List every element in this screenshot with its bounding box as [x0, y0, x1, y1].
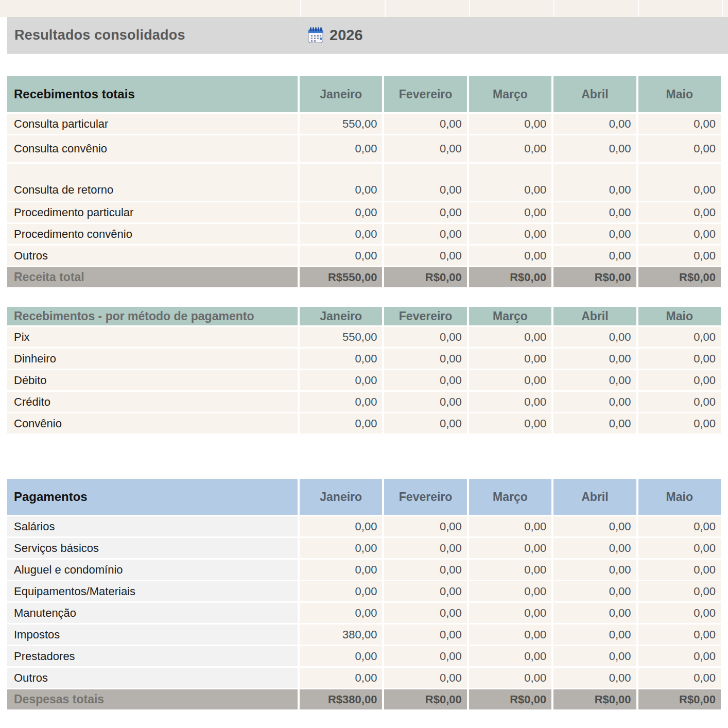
total-value-cell[interactable]: R$0,00	[638, 267, 721, 287]
value-cell[interactable]: 0,00	[384, 646, 466, 666]
row-label-cell[interactable]: Pix	[7, 327, 298, 347]
month-header-cell[interactable]: Janeiro	[300, 307, 382, 325]
month-header-cell[interactable]: Março	[469, 76, 551, 112]
value-cell[interactable]: 0,00	[553, 392, 636, 412]
month-header-cell[interactable]: Maio	[638, 479, 721, 515]
value-cell[interactable]: 0,00	[300, 413, 382, 434]
value-cell[interactable]: 0,00	[384, 114, 466, 134]
value-cell[interactable]: 0,00	[638, 392, 721, 412]
value-cell[interactable]: 0,00	[300, 392, 382, 412]
row-label-cell[interactable]: Aluguel e condomínio	[7, 560, 298, 580]
table-title-cell[interactable]: Recebimentos totais	[7, 76, 298, 112]
value-cell[interactable]: 0,00	[384, 392, 466, 412]
row-label-cell[interactable]: Consulta particular	[7, 114, 298, 134]
month-header-cell[interactable]: Janeiro	[300, 479, 382, 515]
value-cell[interactable]: 0,00	[553, 646, 636, 666]
row-label-cell[interactable]: Consulta de retorno	[7, 164, 298, 201]
value-cell[interactable]: 0,00	[300, 202, 382, 222]
value-cell[interactable]: 0,00	[300, 224, 382, 244]
month-header-cell[interactable]: Abril	[553, 479, 636, 515]
value-cell[interactable]: 0,00	[469, 135, 551, 162]
row-label-cell[interactable]: Crédito	[7, 392, 298, 412]
month-header-cell[interactable]: Fevereiro	[384, 307, 466, 325]
total-value-cell[interactable]: R$550,00	[300, 267, 382, 287]
value-cell[interactable]: 0,00	[553, 224, 636, 244]
value-cell[interactable]: 0,00	[469, 392, 551, 412]
month-header-cell[interactable]: Maio	[638, 76, 721, 112]
value-cell[interactable]: 0,00	[553, 135, 636, 162]
row-label-cell[interactable]: Dinheiro	[7, 349, 298, 369]
total-value-cell[interactable]: R$0,00	[384, 689, 466, 709]
value-cell[interactable]: 0,00	[638, 581, 721, 601]
value-cell[interactable]: 0,00	[469, 625, 551, 645]
value-cell[interactable]: 0,00	[638, 224, 721, 244]
value-cell[interactable]: 0,00	[638, 516, 721, 536]
value-cell[interactable]: 0,00	[553, 413, 636, 434]
value-cell[interactable]: 0,00	[638, 668, 721, 688]
value-cell[interactable]: 0,00	[469, 114, 551, 134]
value-cell[interactable]: 0,00	[469, 668, 551, 688]
value-cell[interactable]: 550,00	[300, 327, 382, 347]
row-label-cell[interactable]: Manutenção	[7, 603, 298, 623]
value-cell[interactable]: 0,00	[553, 668, 636, 688]
value-cell[interactable]: 0,00	[384, 560, 466, 580]
value-cell[interactable]: 0,00	[384, 246, 466, 266]
total-label-cell[interactable]: Receita total	[7, 267, 298, 287]
row-label-cell[interactable]: Prestadores	[7, 646, 298, 666]
total-label-cell[interactable]: Despesas totais	[7, 689, 298, 709]
value-cell[interactable]: 0,00	[553, 327, 636, 347]
value-cell[interactable]: 0,00	[638, 327, 721, 347]
value-cell[interactable]: 0,00	[300, 581, 382, 601]
value-cell[interactable]: 0,00	[553, 625, 636, 645]
year-value[interactable]: 2026	[330, 27, 363, 44]
value-cell[interactable]: 0,00	[469, 413, 551, 434]
value-cell[interactable]: 0,00	[469, 560, 551, 580]
value-cell[interactable]: 0,00	[553, 202, 636, 222]
month-header-cell[interactable]: Março	[469, 479, 551, 515]
value-cell[interactable]: 0,00	[300, 560, 382, 580]
value-cell[interactable]: 0,00	[300, 164, 382, 201]
value-cell[interactable]: 0,00	[384, 538, 466, 558]
value-cell[interactable]: 0,00	[638, 370, 721, 390]
month-header-cell[interactable]: Maio	[638, 307, 721, 325]
value-cell[interactable]: 0,00	[469, 164, 551, 201]
value-cell[interactable]: 0,00	[553, 246, 636, 266]
value-cell[interactable]: 380,00	[300, 625, 382, 645]
value-cell[interactable]: 0,00	[469, 603, 551, 623]
year-selector[interactable]: 2026	[308, 17, 363, 53]
value-cell[interactable]: 0,00	[300, 370, 382, 390]
total-value-cell[interactable]: R$0,00	[553, 267, 636, 287]
row-label-cell[interactable]: Débito	[7, 370, 298, 390]
value-cell[interactable]: 0,00	[638, 135, 721, 162]
value-cell[interactable]: 0,00	[384, 327, 466, 347]
value-cell[interactable]: 0,00	[384, 668, 466, 688]
row-label-cell[interactable]: Procedimento particular	[7, 202, 298, 222]
value-cell[interactable]: 0,00	[638, 246, 721, 266]
value-cell[interactable]: 0,00	[469, 370, 551, 390]
value-cell[interactable]: 0,00	[638, 164, 721, 201]
total-value-cell[interactable]: R$0,00	[469, 689, 551, 709]
total-value-cell[interactable]: R$0,00	[384, 267, 466, 287]
value-cell[interactable]: 0,00	[553, 164, 636, 201]
value-cell[interactable]: 0,00	[638, 202, 721, 222]
value-cell[interactable]: 0,00	[300, 668, 382, 688]
value-cell[interactable]: 0,00	[638, 646, 721, 666]
row-label-cell[interactable]: Equipamentos/Materiais	[7, 581, 298, 601]
row-label-cell[interactable]: Salários	[7, 516, 298, 536]
value-cell[interactable]: 0,00	[384, 516, 466, 536]
value-cell[interactable]: 0,00	[300, 603, 382, 623]
value-cell[interactable]: 0,00	[638, 413, 721, 434]
value-cell[interactable]: 0,00	[638, 560, 721, 580]
value-cell[interactable]: 0,00	[384, 603, 466, 623]
value-cell[interactable]: 0,00	[300, 246, 382, 266]
value-cell[interactable]: 0,00	[469, 538, 551, 558]
value-cell[interactable]: 0,00	[384, 202, 466, 222]
value-cell[interactable]: 0,00	[384, 349, 466, 369]
value-cell[interactable]: 0,00	[553, 603, 636, 623]
value-cell[interactable]: 0,00	[384, 581, 466, 601]
value-cell[interactable]: 0,00	[469, 246, 551, 266]
value-cell[interactable]: 0,00	[553, 370, 636, 390]
month-header-cell[interactable]: Fevereiro	[384, 479, 466, 515]
value-cell[interactable]: 0,00	[638, 538, 721, 558]
month-header-cell[interactable]: Abril	[553, 76, 636, 112]
